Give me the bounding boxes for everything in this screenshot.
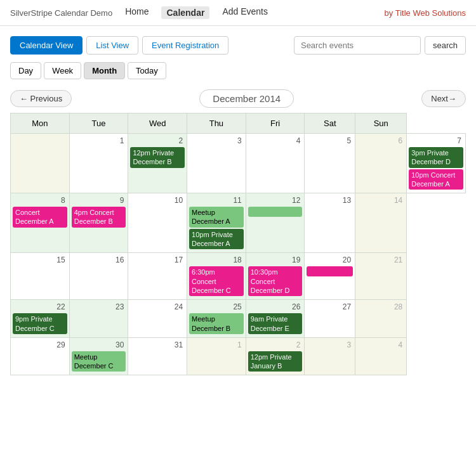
calendar-event[interactable]: 10pm Concert December A [409,169,463,190]
calendar-event[interactable]: 12pm Private December B [130,147,185,168]
calendar-event[interactable]: Meetup December A [189,207,244,228]
today-btn[interactable]: Today [128,62,166,79]
header-mon: Mon [11,113,70,134]
calendar-cell-w4-d4[interactable]: 25Meetup December B [187,300,246,338]
calendar-event[interactable]: 9pm Private December C [13,313,67,334]
header-thu: Thu [187,113,246,134]
period-buttons: Day Week Month Today [10,62,466,79]
calendar-cell-w3-d6[interactable]: 20 [305,253,355,300]
calendar-event[interactable]: 3pm Private December D [409,147,463,168]
calendar-cell-w3-d2[interactable]: 16 [69,253,128,300]
day-number: 10 [130,195,185,205]
day-number: 4 [357,340,404,350]
calendar-cell-w3-d7[interactable]: 21 [355,253,407,300]
day-number: 28 [357,302,404,312]
calendar-cell-w1-d2[interactable]: 1 [69,134,128,193]
day-number: 15 [13,255,67,265]
calendar-cell-w1-d5[interactable]: 4 [246,134,305,193]
month-btn[interactable]: Month [84,62,125,79]
calendar-table: Mon Tue Wed Thu Fri Sat Sun 1212pm Priva… [10,113,466,375]
day-number: 9 [72,195,126,205]
calendar-cell-w2-d6[interactable]: 13 [305,193,355,253]
calendar-cell-w4-d5[interactable]: 269am Private December E [246,300,305,338]
calendar-event-span[interactable] [307,266,353,276]
header-tue: Tue [69,113,128,134]
calendar-cell-w5-d3[interactable]: 31 [128,337,187,375]
calendar-cell-w2-d3[interactable]: 10 [128,193,187,253]
event-registration-btn[interactable]: Event Registration [142,36,228,55]
current-month-title: December 2014 [199,89,294,108]
calendar-event[interactable]: 10pm Private December A [189,229,244,250]
day-number: 3 [189,136,244,146]
day-number: 1 [189,340,244,350]
calendar-cell-w5-d2[interactable]: 30Meetup December C [69,337,128,375]
day-number: 26 [248,302,303,312]
previous-btn[interactable]: ← Previous [10,90,72,107]
calendar-cell-w3-d4[interactable]: 186:30pm Concert December C [187,253,246,300]
day-number: 8 [13,195,67,205]
calendar-nav-row: ← Previous December 2014 Next→ [10,89,466,108]
calendar-cell-w1-d8[interactable]: 73pm Private December D10pm Concert Dece… [407,134,466,193]
day-number: 24 [130,302,185,312]
calendar-event[interactable]: Concert December A [13,207,67,228]
calendar-week-3: 151617186:30pm Concert December C1910:30… [11,253,466,300]
calendar-event-span[interactable] [248,207,303,217]
calendar-cell-w5-d7[interactable]: 4 [355,337,407,375]
day-number: 30 [72,340,126,350]
calendar-week-4: 229pm Private December C232425Meetup Dec… [11,300,466,338]
day-number: 22 [13,302,67,312]
calendar-cell-w3-d3[interactable]: 17 [128,253,187,300]
calendar-event[interactable]: Meetup December B [189,313,244,334]
day-number: 29 [13,340,67,350]
day-number: 20 [307,255,353,265]
week-btn[interactable]: Week [44,62,81,79]
top-navigation: SilverStripe Calendar Demo Home Calendar… [0,0,476,26]
search-input[interactable] [294,36,421,55]
calendar-cell-w4-d6[interactable]: 27 [305,300,355,338]
nav-add-events[interactable]: Add Events [222,6,268,19]
calendar-cell-w4-d1[interactable]: 229pm Private December C [11,300,70,338]
calendar-cell-w1-d7[interactable]: 6 [355,134,407,193]
calendar-cell-w1-d4[interactable]: 3 [187,134,246,193]
calendar-cell-w5-d4[interactable]: 1 [187,337,246,375]
calendar-cell-w1-d1[interactable] [11,134,70,193]
calendar-cell-w2-d5[interactable]: 12 [246,193,305,253]
calendar-cell-w2-d7[interactable]: 14 [355,193,407,253]
day-number: 18 [189,255,244,265]
day-number: 5 [307,136,353,146]
calendar-cell-w2-d4[interactable]: 11Meetup December A10pm Private December… [187,193,246,253]
day-number: 17 [130,255,185,265]
search-button[interactable]: search [425,36,466,55]
day-number [13,136,67,137]
calendar-cell-w1-d6[interactable]: 5 [305,134,355,193]
calendar-cell-w3-d5[interactable]: 1910:30pm Concert December D [246,253,305,300]
list-view-btn[interactable]: List View [86,36,138,55]
day-number: 21 [357,255,404,265]
day-number: 14 [357,195,404,205]
calendar-cell-w5-d1[interactable]: 29 [11,337,70,375]
calendar-event[interactable]: 6:30pm Concert December C [189,266,244,296]
calendar-cell-w5-d6[interactable]: 3 [305,337,355,375]
calendar-cell-w3-d1[interactable]: 15 [11,253,70,300]
calendar-cell-w4-d2[interactable]: 23 [69,300,128,338]
calendar-cell-w2-d2[interactable]: 94pm Concert December B [69,193,128,253]
calendar-event[interactable]: 4pm Concert December B [72,207,126,228]
calendar-cell-w4-d7[interactable]: 28 [355,300,407,338]
calendar-event[interactable]: 12pm Private January B [248,351,303,372]
calendar-cell-w1-d3[interactable]: 212pm Private December B [128,134,187,193]
day-number: 3 [307,340,353,350]
day-number: 27 [307,302,353,312]
day-btn[interactable]: Day [10,62,41,79]
nav-calendar[interactable]: Calendar [161,6,209,19]
calendar-cell-w2-d1[interactable]: 8Concert December A [11,193,70,253]
day-number: 23 [72,302,126,312]
calendar-event[interactable]: 9am Private December E [248,313,303,334]
calendar-event[interactable]: Meetup December C [72,351,126,372]
next-btn[interactable]: Next→ [421,90,466,107]
calendar-event[interactable]: 10:30pm Concert December D [248,266,303,296]
day-number: 16 [72,255,126,265]
calendar-view-btn[interactable]: Calendar View [10,36,83,55]
calendar-cell-w4-d3[interactable]: 24 [128,300,187,338]
nav-home[interactable]: Home [125,6,149,19]
calendar-cell-w5-d5[interactable]: 212pm Private January B [246,337,305,375]
